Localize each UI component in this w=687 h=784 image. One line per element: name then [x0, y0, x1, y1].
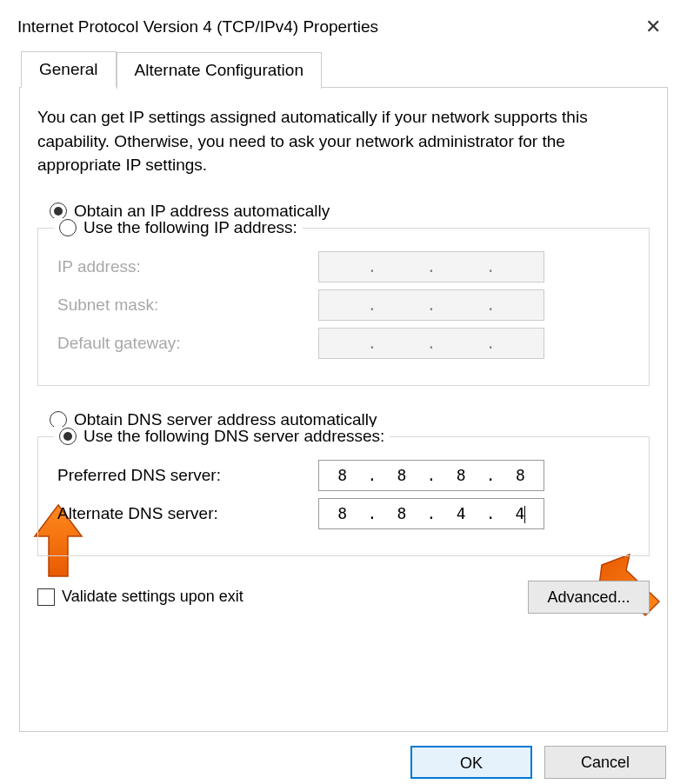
ip-address-input: . . .	[318, 251, 544, 282]
ip-address-row: IP address: . . .	[57, 251, 630, 282]
footer-buttons: OK Cancel	[0, 732, 687, 779]
preferred-dns-row: Preferred DNS server: 8. 8. 8. 8	[57, 460, 630, 491]
validate-label: Validate settings upon exit	[62, 588, 243, 606]
ip-fieldset: Use the following IP address: IP address…	[37, 228, 650, 386]
gateway-row: Default gateway: . . .	[57, 328, 630, 359]
radio-label: Use the following DNS server addresses:	[83, 427, 384, 446]
description-text: You can get IP settings assigned automat…	[37, 105, 650, 177]
validate-checkbox-row[interactable]: Validate settings upon exit	[37, 588, 528, 606]
titlebar: Internet Protocol Version 4 (TCP/IPv4) P…	[0, 0, 687, 50]
alternate-dns-row: Alternate DNS server: 8. 8. 4. 4	[57, 498, 630, 529]
tab-general[interactable]: General	[21, 51, 117, 88]
alternate-dns-label: Alternate DNS server:	[57, 504, 318, 523]
cancel-button[interactable]: Cancel	[544, 746, 666, 779]
dns-fieldset: Use the following DNS server addresses: …	[37, 436, 650, 556]
tab-alternate[interactable]: Alternate Configuration	[117, 52, 322, 89]
radio-label: Use the following IP address:	[83, 218, 297, 237]
subnet-label: Subnet mask:	[57, 296, 318, 315]
radio-icon	[59, 219, 77, 236]
preferred-dns-label: Preferred DNS server:	[57, 466, 318, 485]
checkbox-icon	[37, 588, 55, 606]
radio-icon	[59, 428, 77, 445]
preferred-dns-input[interactable]: 8. 8. 8. 8	[318, 460, 544, 491]
gateway-input: . . .	[318, 328, 544, 359]
radio-icon	[50, 411, 67, 429]
ip-address-label: IP address:	[57, 257, 318, 276]
alternate-dns-input[interactable]: 8. 8. 4. 4	[318, 498, 544, 529]
radio-dns-manual[interactable]: Use the following DNS server addresses:	[54, 427, 390, 446]
window-title: Internet Protocol Version 4 (TCP/IPv4) P…	[17, 17, 637, 37]
subnet-row: Subnet mask: . . .	[57, 289, 630, 321]
ok-button[interactable]: OK	[410, 746, 532, 779]
close-icon[interactable]: ✕	[637, 12, 670, 42]
tab-panel-general: You can get IP settings assigned automat…	[19, 87, 668, 732]
radio-ip-manual[interactable]: Use the following IP address:	[54, 218, 303, 237]
bottom-row: Validate settings upon exit Advanced...	[37, 581, 650, 614]
radio-icon	[50, 203, 67, 220]
gateway-label: Default gateway:	[57, 334, 318, 353]
tab-strip: General Alternate Configuration	[0, 50, 687, 87]
advanced-button[interactable]: Advanced...	[528, 581, 650, 614]
subnet-input: . . .	[318, 289, 544, 321]
